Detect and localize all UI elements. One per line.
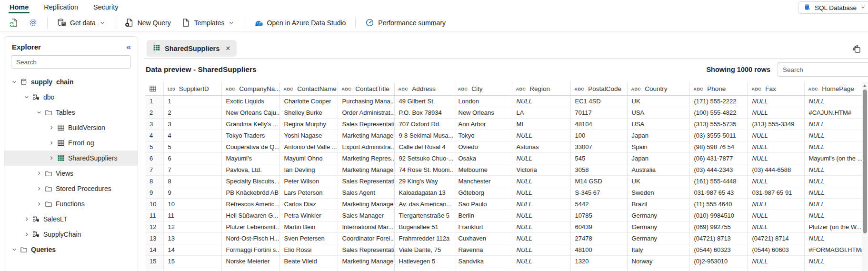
table-cell: 2 <box>163 107 221 118</box>
tree-item-supplychain[interactable]: SupplyChain <box>4 227 138 242</box>
column-type-badge: ABC <box>808 87 818 91</box>
table-cell: 33007 <box>570 141 627 152</box>
chevron-right-icon[interactable] <box>35 185 43 192</box>
explorer-search-input[interactable] <box>11 55 131 69</box>
table-cell <box>454 267 512 271</box>
chevron-right-icon[interactable] <box>47 154 56 162</box>
toolbar-divider <box>244 17 244 29</box>
get-data-button[interactable]: Get data <box>52 16 110 30</box>
tree-item-tables[interactable]: Tables <box>4 105 138 120</box>
table-cell: NULL <box>804 187 862 198</box>
toolbar-divider <box>355 17 356 29</box>
column-type-badge: ABC <box>399 87 409 91</box>
explorer-panel: Explorer « supply_chaindboTablesBuildVer… <box>4 36 138 271</box>
tree-item-dbo[interactable]: dbo <box>4 90 138 105</box>
row-number-cell: 2 <box>145 107 163 118</box>
sql-database-icon <box>803 3 811 12</box>
environment-selector[interactable]: SQL Database <box>798 1 868 14</box>
performance-summary-button[interactable]: Performance summary <box>360 16 451 30</box>
table-cell: (06) 431-7877 <box>689 152 748 164</box>
close-icon[interactable]: ✕ <box>225 45 230 52</box>
chevron-right-icon[interactable] <box>47 139 56 147</box>
refresh-button[interactable] <box>4 16 23 30</box>
chevron-right-icon[interactable] <box>35 200 43 208</box>
table-cell: Ravenna <box>454 244 512 255</box>
table-cell: Victoria <box>512 164 570 175</box>
tree-item-errorlog[interactable]: ErrorLog <box>4 135 138 151</box>
column-type-badge: ABC <box>694 87 704 91</box>
tree-item-label: Views <box>56 170 73 177</box>
chevron-right-icon[interactable] <box>22 231 31 238</box>
table-cell: (0544) 60603 <box>748 244 804 255</box>
tab-sharedsuppliers[interactable]: SharedSuppliers ✕ <box>147 40 237 57</box>
table-cell: 13 <box>163 232 221 244</box>
table-cell: 11 <box>163 210 221 221</box>
chevron-down-icon[interactable] <box>10 246 19 253</box>
table-cell: 12 <box>163 221 221 232</box>
tree-item-functions[interactable]: Functions <box>4 196 138 211</box>
table-cell: 4 <box>163 130 221 141</box>
table-cell: Shelley Burke <box>279 107 338 118</box>
table-cell: Mayumi's (on the ... <box>804 152 862 164</box>
table-cell: (100) 555-4822 <box>689 107 748 118</box>
table-cell: Sales Representati... <box>338 244 394 255</box>
row-number-cell: 12 <box>145 221 163 232</box>
row-number-cell: 15 <box>145 255 163 267</box>
chevron-right-icon[interactable] <box>35 170 43 177</box>
scrollbar-thumb[interactable] <box>863 90 867 233</box>
tree-item-saleslt[interactable]: SalesLT <box>4 211 138 227</box>
table-cell: Grandma Kelly's ... <box>221 118 279 130</box>
table-cell: 10 <box>163 198 221 210</box>
table-cell: 48100 <box>570 244 627 255</box>
templates-button[interactable]: Templates <box>176 16 239 30</box>
chevron-right-icon[interactable] <box>22 215 31 223</box>
ribbon-tab-home[interactable]: Home <box>2 1 36 13</box>
data-grid: 123SupplierIDABCCompanyNa...ABCContactNa… <box>145 82 862 271</box>
tree-item-views[interactable]: Views <box>4 166 138 181</box>
toolbar: Get dataNew QueryTemplatesOpen in Azure … <box>0 14 868 31</box>
tree-item-stored-procedures[interactable]: Stored Procedures <box>4 181 138 196</box>
column-name: HomePage <box>822 85 854 92</box>
row-number-cell: 4 <box>145 130 163 141</box>
tree-item-label: Functions <box>56 200 85 208</box>
folder-icon <box>20 246 28 253</box>
table-row: 1111Heli Süßwaren G...Petra WinklerSales… <box>145 210 862 221</box>
table-cell: NULL <box>748 95 804 107</box>
ribbon-tab-security[interactable]: Security <box>86 1 126 13</box>
page-title: Data preview - SharedSuppliers <box>146 65 257 74</box>
chevron-down-icon <box>229 20 234 26</box>
ribbon-tab-replication[interactable]: Replication <box>36 1 86 13</box>
settings-gear-button[interactable] <box>23 16 43 30</box>
table-cell: International Mar... <box>338 221 394 232</box>
schema-icon <box>32 93 40 101</box>
chevron-down-icon[interactable] <box>10 78 19 86</box>
chevron-down-icon[interactable] <box>35 109 43 116</box>
table-cell: UK <box>627 95 689 107</box>
copy-icon[interactable] <box>851 43 862 55</box>
database-table-icon <box>57 18 66 27</box>
chevron-down-icon[interactable] <box>22 93 31 101</box>
collapse-panel-icon[interactable]: « <box>127 43 131 51</box>
chevron-right-icon[interactable] <box>47 124 56 131</box>
table-row: 1010Refrescos Americ...Carlos DiazMarket… <box>145 198 862 210</box>
table-cell: P.O. Box 78934 <box>394 107 454 118</box>
scroll-up-arrow-icon[interactable] <box>863 84 866 87</box>
table-cell: 545 <box>570 152 627 164</box>
table-cell: NULL <box>512 95 570 107</box>
open-in-azure-data-studio-button[interactable]: Open in Azure Data Studio <box>249 16 351 30</box>
table-cell: Kaloadagatan 13 <box>394 187 454 198</box>
row-number-cell: 7 <box>145 164 163 175</box>
table-cell: 3 <box>163 118 221 130</box>
vertical-scrollbar[interactable] <box>862 82 868 271</box>
tree-item-buildversion[interactable]: BuildVersion <box>4 120 138 135</box>
tree-item-queries[interactable]: Queries <box>4 242 138 257</box>
new-query-button[interactable]: New Query <box>120 16 176 30</box>
tree-item-supply_chain[interactable]: supply_chain <box>4 74 138 90</box>
table-cell: (03) 444-2343 <box>689 164 748 175</box>
row-number-cell: 3 <box>145 118 163 130</box>
table-cell: (313) 555-3349 <box>748 118 804 130</box>
table-cell: USA <box>627 118 689 130</box>
grid-search-input[interactable] <box>778 62 868 77</box>
schema-icon <box>32 215 40 223</box>
tree-item-sharedsuppliers[interactable]: SharedSuppliers <box>4 151 138 166</box>
